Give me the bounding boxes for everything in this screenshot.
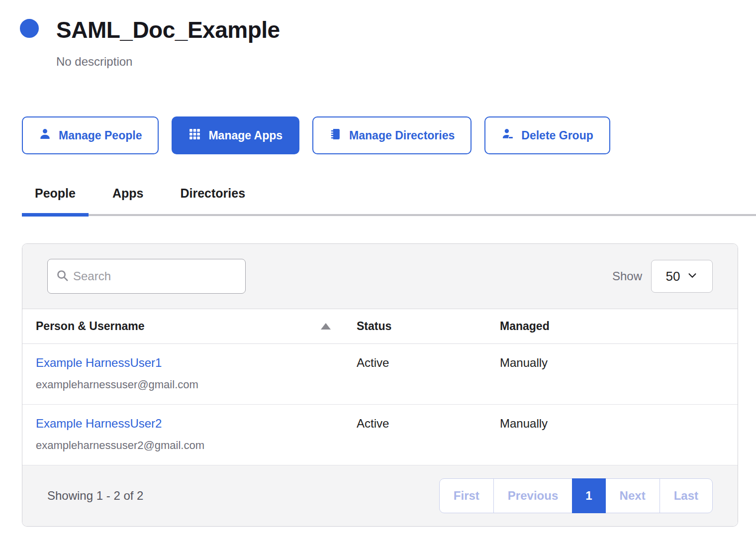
person-cell: Example HarnessUser2 exampleharnessuser2… [22, 417, 357, 452]
column-header-managed[interactable]: Managed [500, 320, 738, 333]
table-header-row: Person & Username Status Managed [22, 309, 738, 344]
sort-ascending-icon [321, 323, 331, 330]
delete-group-label: Delete Group [521, 129, 593, 142]
manage-apps-button[interactable]: Manage Apps [172, 116, 299, 154]
person-link[interactable]: Example HarnessUser1 [36, 356, 162, 369]
person-username: exampleharnessuser2@gmail.com [36, 439, 357, 452]
group-icon [20, 19, 39, 38]
people-table-card: Show 50 Person & Username Status Managed… [22, 243, 738, 527]
directory-icon [329, 128, 342, 143]
group-action-bar: Manage People Manage Apps Manage Directo… [22, 116, 756, 154]
table-row: Example HarnessUser1 exampleharnessuser@… [22, 344, 738, 405]
manage-directories-button[interactable]: Manage Directories [312, 116, 472, 154]
pagination-first-button[interactable]: First [439, 478, 494, 513]
pagination-next-button[interactable]: Next [605, 478, 660, 513]
managed-cell: Manually [500, 356, 738, 370]
table-footer: Showing 1 - 2 of 2 First Previous 1 Next… [22, 465, 738, 526]
page-size-group: Show 50 [612, 260, 713, 293]
status-cell: Active [357, 356, 500, 370]
person-remove-icon [501, 128, 514, 143]
page-title: SAML_Doc_Example [56, 16, 280, 44]
page-size-select[interactable]: 50 [651, 260, 713, 293]
search-icon [56, 269, 69, 284]
manage-people-label: Manage People [59, 129, 142, 142]
person-username: exampleharnessuser@gmail.com [36, 378, 357, 391]
manage-apps-label: Manage Apps [208, 129, 283, 142]
pagination: First Previous 1 Next Last [439, 478, 713, 513]
person-link[interactable]: Example HarnessUser2 [36, 417, 162, 430]
manage-people-button[interactable]: Manage People [22, 116, 159, 154]
group-description: No description [56, 55, 280, 69]
tab-people[interactable]: People [22, 186, 89, 214]
table-toolbar: Show 50 [22, 244, 738, 309]
show-label: Show [612, 269, 642, 283]
column-header-status[interactable]: Status [357, 320, 500, 333]
pagination-page-1-button[interactable]: 1 [572, 478, 605, 513]
delete-group-button[interactable]: Delete Group [484, 116, 610, 154]
tab-directories[interactable]: Directories [167, 186, 258, 214]
page-size-value: 50 [666, 269, 680, 284]
pagination-previous-button[interactable]: Previous [493, 478, 572, 513]
chevron-down-icon [687, 269, 698, 284]
search-input[interactable] [72, 269, 237, 284]
results-summary: Showing 1 - 2 of 2 [47, 489, 143, 503]
group-header: SAML_Doc_Example No description [20, 19, 756, 69]
status-cell: Active [357, 417, 500, 431]
manage-directories-label: Manage Directories [349, 129, 455, 142]
managed-cell: Manually [500, 417, 738, 431]
table-row: Example HarnessUser2 exampleharnessuser2… [22, 405, 738, 465]
column-header-person-username[interactable]: Person & Username [22, 320, 357, 333]
person-cell: Example HarnessUser1 exampleharnessuser@… [22, 356, 357, 391]
pagination-last-button[interactable]: Last [660, 478, 713, 513]
search-box[interactable] [47, 259, 246, 294]
grid-icon [189, 128, 201, 143]
tab-apps[interactable]: Apps [99, 186, 157, 214]
group-tabs: People Apps Directories [22, 186, 756, 216]
person-username-header-label: Person & Username [36, 320, 145, 333]
person-icon [39, 128, 51, 143]
